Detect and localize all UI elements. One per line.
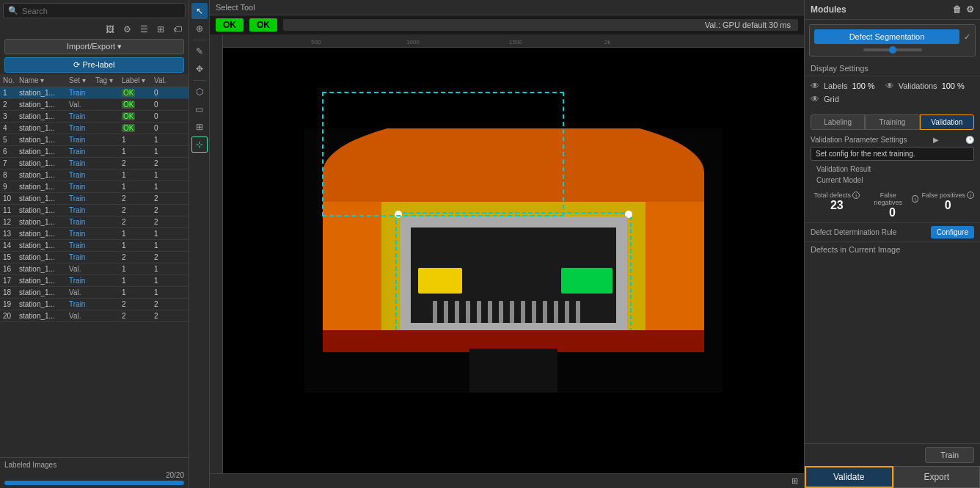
table-row[interactable]: 11 station_1... Train 2 2 (0, 205, 189, 216)
svg-rect-15 (466, 301, 470, 323)
filter-icon[interactable]: ⚙ (120, 23, 134, 36)
sort-icon[interactable]: ⊞ (154, 23, 167, 36)
rect-tool-button[interactable]: ▭ (191, 101, 208, 117)
table-row[interactable]: 5 station_1... Train 1 1 (0, 134, 189, 146)
export-button[interactable]: Export (893, 466, 981, 488)
import-export-button[interactable]: Import/Export ▾ (4, 39, 184, 54)
row-set: Val. (67, 312, 94, 320)
zoom-tool-button[interactable]: ⊕ (191, 21, 208, 37)
table-row[interactable]: 6 station_1... Train 1 1 (0, 146, 189, 158)
svg-rect-27 (400, 216, 627, 227)
select-tool-button[interactable]: ↖ (191, 3, 208, 19)
total-defects-info-icon[interactable]: i (852, 192, 860, 199)
move-tool-button[interactable]: ✥ (191, 61, 208, 77)
svg-rect-10 (418, 268, 462, 294)
search-bar[interactable]: 🔍 (3, 3, 186, 18)
table-row[interactable]: 8 station_1... Train 1 1 (0, 170, 189, 181)
svg-rect-28 (400, 216, 411, 330)
false-positives-info-icon[interactable]: i (967, 192, 974, 199)
row-set: Train (67, 206, 94, 214)
pre-label-button[interactable]: ⟳ Pre-label (4, 57, 184, 73)
draw-tool-button[interactable]: ✎ (191, 43, 208, 59)
row-val: 2 (153, 300, 173, 308)
table-row[interactable]: 9 station_1... Train 1 1 (0, 181, 189, 193)
footer-buttons: Validate Export (805, 466, 980, 488)
row-label: 2 (120, 206, 153, 214)
polygon-tool-button[interactable]: ⬡ (191, 84, 208, 100)
table-row[interactable]: 4 station_1... Train OK 0 (0, 123, 189, 134)
false-negatives-info-icon[interactable]: i (912, 195, 919, 203)
configure-button[interactable]: Configure (931, 226, 974, 238)
defect-segmentation-button[interactable]: Defect Segmentation (814, 29, 959, 44)
table-row[interactable]: 18 station_1... Val. 1 1 (0, 287, 189, 299)
row-set: Train (67, 183, 94, 191)
table-row[interactable]: 17 station_1... Train 1 1 (0, 275, 189, 287)
row-val: 2 (153, 206, 173, 214)
validation-param-header: Validation Parameter Settings ▶ 🕐 (811, 136, 974, 144)
table-row[interactable]: 10 station_1... Train 2 2 (0, 193, 189, 205)
table-row[interactable]: 19 station_1... Train 2 2 (0, 299, 189, 310)
determination-label: Defect Determination Rule (811, 228, 896, 236)
history-icon[interactable]: 🕐 (965, 136, 974, 144)
row-no: 13 (1, 230, 18, 238)
image-icon[interactable]: 🖼 (103, 23, 117, 36)
validations-label: Validations (899, 81, 937, 90)
table-row[interactable]: 15 station_1... Train 2 2 (0, 252, 189, 263)
labeled-images-label: Labeled Images (4, 461, 184, 469)
slider-thumb (889, 46, 896, 54)
train-button[interactable]: Train (925, 447, 974, 463)
table-row[interactable]: 14 station_1... Train 1 1 (0, 240, 189, 252)
progress-bar-fill (4, 481, 184, 485)
col-tag: Tag ▾ (94, 76, 120, 84)
delete-icon[interactable]: 🗑 (953, 4, 962, 15)
canvas-top-bar: OK OK Val.: GPU default 30 ms (210, 15, 804, 34)
svg-rect-25 (576, 301, 580, 323)
play-icon[interactable]: ▶ (933, 136, 939, 144)
settings-icon[interactable]: ⚙ (966, 4, 974, 15)
table-body: 1 station_1... Train OK 0 2 station_1...… (0, 87, 189, 457)
table-row[interactable]: 20 station_1... Val. 2 2 (0, 310, 189, 322)
row-no: 5 (1, 136, 18, 144)
row-name: station_1... (18, 218, 67, 226)
svg-rect-4 (323, 202, 381, 334)
labels-label: Labels (824, 81, 847, 90)
row-val: 2 (153, 159, 173, 167)
region-tool-button[interactable]: ⊞ (191, 119, 208, 135)
row-label: 1 (120, 230, 153, 238)
canvas-image[interactable] (223, 48, 804, 474)
progress-bar (4, 481, 184, 485)
validate-button[interactable]: Validate (805, 466, 893, 488)
row-name: station_1... (18, 312, 67, 320)
module-expand-icon[interactable]: ✓ (964, 32, 970, 42)
eye-labels-icon[interactable]: 👁 (811, 81, 819, 91)
row-name: station_1... (18, 206, 67, 214)
search-input[interactable] (22, 7, 180, 15)
module-slider (814, 48, 970, 51)
cursor-tool-button[interactable]: ⊹ (191, 136, 208, 153)
list-icon[interactable]: ☰ (137, 23, 150, 36)
tab-labeling[interactable]: Labeling (811, 114, 865, 130)
slider-track[interactable] (863, 48, 922, 51)
row-name: station_1... (18, 101, 67, 109)
row-no: 14 (1, 241, 18, 250)
svg-rect-23 (554, 301, 558, 323)
tab-validation[interactable]: Validation (920, 114, 974, 130)
grid-view-icon[interactable]: ⊞ (791, 476, 798, 486)
table-row[interactable]: 16 station_1... Val. 1 1 (0, 263, 189, 275)
table-row[interactable]: 3 station_1... Train OK 0 (0, 111, 189, 123)
table-row[interactable]: 13 station_1... Train 1 1 (0, 228, 189, 240)
col-set: Set ▾ (67, 76, 94, 84)
row-val: 1 (153, 230, 173, 238)
metric-false-positives: False positives i 0 (921, 192, 974, 212)
tab-training[interactable]: Training (865, 114, 919, 130)
table-row[interactable]: 7 station_1... Train 2 2 (0, 158, 189, 170)
table-row[interactable]: 2 station_1... Val. OK 0 (0, 99, 189, 111)
row-no: 12 (1, 218, 18, 226)
table-row[interactable]: 12 station_1... Train 2 2 (0, 216, 189, 228)
tag-icon[interactable]: 🏷 (171, 23, 184, 36)
table-row[interactable]: 1 station_1... Train OK 0 (0, 87, 189, 99)
eye-validations-icon[interactable]: 👁 (885, 81, 894, 91)
eye-grid-icon[interactable]: 👁 (811, 94, 819, 104)
row-name: station_1... (18, 241, 67, 250)
train-btn-row: Train (805, 444, 980, 466)
